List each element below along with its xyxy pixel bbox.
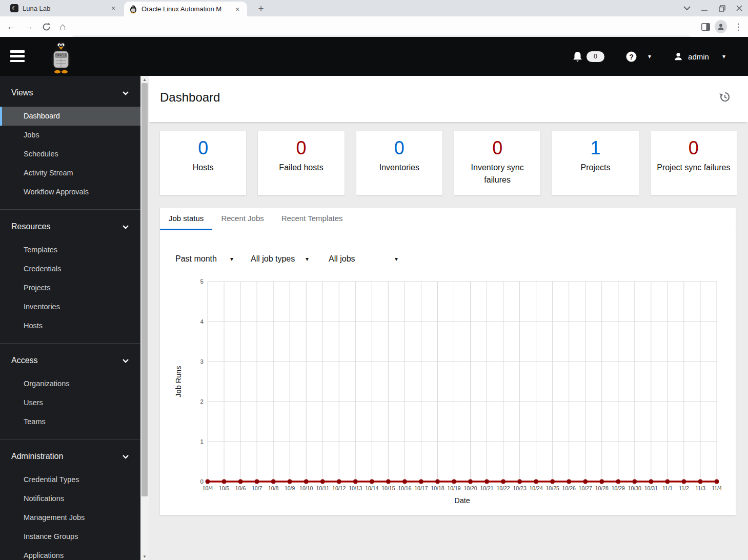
svg-text:11/4: 11/4 (712, 485, 722, 491)
card-project-sync-failures[interactable]: 0 Project sync failures (651, 131, 737, 195)
svg-text:11/1: 11/1 (662, 485, 673, 491)
sidebar-group-access[interactable]: Access (0, 353, 140, 368)
sidebar-item-dashboard[interactable]: Dashboard (0, 107, 140, 126)
card-value: 0 (361, 138, 437, 158)
card-value: 0 (263, 138, 339, 158)
new-tab-button[interactable]: + (254, 2, 268, 15)
close-window-button[interactable] (731, 0, 748, 16)
tab-search-chevron-icon[interactable] (678, 0, 696, 16)
card-inventory-sync-failures[interactable]: 0 Inventory sync failures (454, 131, 540, 195)
sidebar-item-management-jobs[interactable]: Management Jobs (0, 508, 140, 527)
home-button[interactable]: ⌂ (56, 21, 69, 33)
sidebar-item-users[interactable]: Users (0, 393, 140, 412)
section-label: Views (11, 88, 33, 97)
svg-text:3: 3 (200, 358, 204, 365)
tab-title: Oracle Linux Automation M (141, 5, 233, 13)
svg-text:10/18: 10/18 (431, 485, 444, 491)
restore-window-button[interactable] (713, 0, 731, 16)
sidebar-scrollbar[interactable]: ▲ ▼ (140, 76, 149, 560)
svg-text:10/24: 10/24 (530, 485, 543, 491)
sidebar-group-views[interactable]: Views (0, 85, 140, 101)
sidebar-item-templates[interactable]: Templates (0, 241, 140, 259)
tab-close-icon[interactable]: × (233, 5, 242, 14)
sidebar-item-inventories[interactable]: Inventories (0, 297, 140, 316)
card-label: Failed hosts (263, 162, 339, 174)
svg-text:ORACLE: ORACLE (56, 54, 67, 57)
svg-text:11/3: 11/3 (695, 485, 705, 491)
svg-text:10/5: 10/5 (219, 485, 230, 491)
penguin-favicon-icon (129, 5, 137, 13)
username-label[interactable]: admin (688, 52, 709, 61)
user-icon (674, 52, 683, 61)
card-label: Projects (557, 162, 633, 174)
browser-tab-strip: ☾ Luna Lab × Oracle Linux Automation M ×… (0, 0, 748, 16)
svg-text:10/11: 10/11 (316, 485, 329, 491)
svg-text:10/29: 10/29 (612, 485, 625, 491)
history-icon[interactable] (718, 91, 731, 103)
card-failed-hosts[interactable]: 0 Failed hosts (258, 131, 344, 195)
svg-text:10/13: 10/13 (349, 485, 362, 491)
sidebar-item-credentials[interactable]: Credentials (0, 259, 140, 278)
forward-button[interactable]: → (23, 21, 35, 33)
user-menu-caret-icon[interactable]: ▾ (722, 53, 725, 60)
svg-text:10/6: 10/6 (235, 485, 246, 491)
browser-tab-luna-lab[interactable]: ☾ Luna Lab × (5, 0, 123, 16)
scrollbar-thumb[interactable] (141, 83, 148, 496)
browser-tab-oracle-linux[interactable]: Oracle Linux Automation M × (124, 2, 247, 16)
reload-button[interactable] (40, 21, 52, 33)
svg-text:10/8: 10/8 (268, 485, 279, 491)
svg-text:10/20: 10/20 (463, 485, 477, 491)
sidebar-item-applications[interactable]: Applications (0, 546, 140, 560)
card-projects[interactable]: 1 Projects (552, 131, 638, 195)
back-button[interactable]: ← (5, 21, 17, 33)
sidebar-group-administration[interactable]: Administration (0, 449, 140, 464)
job-status-panel: Job status Recent Jobs Recent Templates … (160, 208, 736, 515)
sidebar-item-teams[interactable]: Teams (0, 412, 140, 431)
chevron-down-icon (122, 454, 129, 459)
sidebar-item-jobs[interactable]: Jobs (0, 126, 140, 145)
tab-close-icon[interactable]: × (109, 4, 118, 13)
svg-text:11/2: 11/2 (679, 485, 689, 491)
sidebar-item-projects[interactable]: Projects (0, 278, 140, 297)
card-label: Hosts (165, 162, 241, 174)
sidebar-item-instance-groups[interactable]: Instance Groups (0, 527, 140, 546)
sidebar-item-workflow-approvals[interactable]: Workflow Approvals (0, 183, 140, 202)
sidebar-group-resources[interactable]: Resources (0, 219, 140, 234)
browser-profile-avatar[interactable] (715, 21, 727, 33)
help-icon[interactable]: ? (626, 51, 637, 62)
chevron-down-icon (122, 225, 129, 229)
job-status-chart: 10/410/510/610/710/810/910/1010/1110/121… (160, 208, 736, 515)
svg-text:10/23: 10/23 (513, 485, 526, 491)
sidebar-item-activity-stream[interactable]: Activity Stream (0, 164, 140, 183)
summary-cards: 0 Hosts 0 Failed hosts 0 Inventories 0 I… (160, 131, 737, 195)
svg-text:10/4: 10/4 (203, 485, 213, 491)
svg-text:5: 5 (200, 278, 204, 285)
side-panel-icon[interactable] (699, 21, 712, 33)
help-menu-caret-icon[interactable]: ▾ (648, 53, 651, 60)
svg-text:10/26: 10/26 (562, 485, 576, 491)
svg-text:?: ? (629, 52, 634, 61)
sidebar-item-notifications[interactable]: Notifications (0, 489, 140, 508)
sidebar-item-schedules[interactable]: Schedules (0, 145, 140, 164)
scroll-up-arrow-icon[interactable]: ▲ (140, 76, 149, 83)
scroll-down-arrow-icon[interactable]: ▼ (140, 553, 149, 560)
section-label: Access (11, 356, 38, 365)
card-inventories[interactable]: 0 Inventories (356, 131, 442, 195)
card-value: 0 (656, 138, 732, 158)
notification-count-badge[interactable]: 0 (587, 51, 604, 62)
sidebar-item-hosts[interactable]: Hosts (0, 316, 140, 335)
nav-toggle-hamburger-button[interactable] (10, 50, 25, 62)
card-hosts[interactable]: 0 Hosts (160, 131, 246, 195)
svg-text:10/21: 10/21 (480, 485, 493, 491)
page-header: Dashboard (149, 76, 748, 122)
browser-toolbar: ← → ⌂ Not secure https :// localhost :84… (0, 16, 748, 37)
sidebar-nav: Views Dashboard Jobs Schedules Activity … (0, 76, 140, 560)
notifications-bell-icon[interactable] (573, 51, 582, 62)
minimize-button[interactable] (696, 0, 713, 16)
sidebar-item-organizations[interactable]: Organizations (0, 374, 140, 393)
svg-text:10/22: 10/22 (496, 485, 510, 491)
sidebar-item-credential-types[interactable]: Credential Types (0, 470, 140, 489)
browser-menu-kebab-icon[interactable]: ⋮ (732, 21, 744, 33)
chevron-down-icon (122, 91, 129, 95)
svg-text:10/19: 10/19 (447, 485, 460, 491)
